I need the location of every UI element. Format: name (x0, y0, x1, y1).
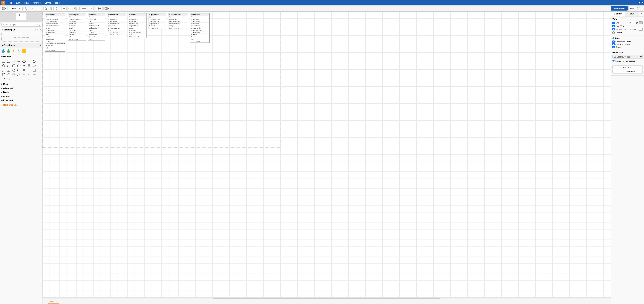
canvas-grid[interactable]: ■ 'customers' PK 'customerNumber' 'custo… (42, 12, 611, 299)
shape-arrow-right[interactable] (17, 60, 21, 63)
connection-arrows-checkbox[interactable] (612, 41, 614, 43)
paste-btn[interactable] (54, 7, 59, 10)
menu-extras[interactable]: Extras (43, 1, 53, 5)
canvas-area[interactable]: ■ 'customers' PK 'customerNumber' 'custo… (42, 12, 611, 299)
shape-dotted-line[interactable] (17, 77, 21, 81)
table-payments[interactable]: ■ 'payments' PK 'customerNumber' 'checkN… (148, 13, 166, 30)
shape-dashed-line[interactable] (27, 73, 31, 77)
clear-default-style-btn[interactable]: Clear Default Style (612, 70, 643, 74)
gh-gear[interactable] (17, 49, 21, 53)
gh-green-drop[interactable] (6, 49, 10, 53)
landscape-label[interactable]: Landscape (623, 60, 635, 62)
redo-btn[interactable] (36, 7, 41, 10)
shape-parallelogram[interactable] (6, 64, 11, 68)
scratchpad-delete[interactable]: ✕ (39, 29, 41, 31)
background-change-btn[interactable]: Change (629, 28, 638, 31)
shape-thick-arrow[interactable] (27, 77, 31, 81)
search-input[interactable] (2, 24, 38, 26)
close-button[interactable]: ✕ (641, 7, 643, 10)
edit-data-btn[interactable]: Edit Data... (612, 66, 643, 69)
shape-arrow-process[interactable] (32, 64, 36, 68)
greenhouse-close[interactable]: ✕ (39, 44, 41, 47)
shape-doc[interactable] (32, 68, 36, 72)
format-shadow-btn[interactable] (73, 7, 78, 10)
shape-circle[interactable] (32, 60, 36, 63)
zoom-in-btn[interactable] (18, 7, 22, 10)
shape-triangle[interactable] (22, 64, 26, 68)
shape-semicircle[interactable] (27, 68, 31, 72)
table-productlines[interactable]: ■ 'productlines' PK 'productLine' 'textD… (168, 13, 188, 30)
gh-blue-drop[interactable] (1, 49, 6, 53)
exit-button[interactable]: Exit (628, 6, 636, 11)
grid-checkbox[interactable] (612, 22, 614, 24)
shape-text[interactable]: text (12, 60, 16, 63)
shape-arc[interactable] (17, 73, 21, 77)
delete-btn[interactable] (43, 7, 48, 10)
menu-edit[interactable]: Edit (14, 1, 22, 5)
shape-ellipse[interactable] (22, 60, 26, 63)
shape-pentagon[interactable] (17, 64, 21, 68)
zoom-display[interactable]: 65% (10, 7, 17, 10)
page-tab-1[interactable]: Page-1 (48, 300, 59, 304)
background-color-box[interactable] (639, 28, 643, 31)
table-orderdetails[interactable]: ■ 'orderdetails' PK 'orderNumber' 'produ… (107, 13, 126, 36)
table-orders[interactable]: ■ 'orders' PK 'orderNumber' 'orderDate' … (128, 13, 146, 38)
h-scrollbar[interactable] (42, 297, 611, 299)
shape-cube[interactable] (12, 68, 16, 72)
canvas-inner[interactable]: ■ 'customers' PK 'customerNumber' 'custo… (42, 12, 280, 148)
insert-btn[interactable] (96, 7, 103, 10)
scratchpad-drop-zone[interactable]: Drag elements here (1, 33, 41, 42)
general-header[interactable]: General (0, 55, 42, 59)
shape-callout[interactable] (1, 68, 6, 72)
undo-btn[interactable] (30, 7, 35, 10)
shape-cross[interactable] (12, 73, 16, 77)
format-fill-btn[interactable] (62, 7, 67, 10)
grid-color-box[interactable] (639, 22, 643, 24)
menu-arrange[interactable]: Arrange (31, 1, 42, 5)
menu-view[interactable]: View (22, 1, 30, 5)
landscape-radio[interactable] (623, 60, 625, 62)
table-customers[interactable]: ■ 'customers' PK 'customerNumber' 'custo… (45, 13, 65, 52)
flowchart-header[interactable]: Flowchart (0, 98, 42, 102)
advanced-header[interactable]: Advanced (0, 86, 42, 90)
shape-diamond[interactable] (1, 64, 6, 68)
fullscreen-button[interactable]: ⛶ (637, 7, 640, 10)
copy-btn[interactable] (49, 7, 54, 10)
more-shapes-link[interactable]: + More Shapes... (0, 102, 42, 108)
scratchpad-add[interactable]: + (37, 29, 38, 31)
shape-table[interactable] (6, 68, 11, 72)
shape-rectangle-rounded[interactable] (6, 60, 11, 63)
guides-checkbox[interactable] (612, 46, 614, 48)
save-exit-button[interactable]: Save & Exit (611, 6, 628, 11)
table-offices[interactable]: ■ 'offices' PK 'officeCode' 'city' 'phon… (88, 13, 105, 41)
gh-yellow-square[interactable] (22, 49, 26, 53)
shape-hexagon[interactable] (12, 64, 16, 68)
shape-square[interactable] (27, 60, 31, 63)
tab-style[interactable]: Style (625, 12, 639, 16)
shape-line-arrow[interactable] (22, 73, 26, 77)
view-toggle-btn[interactable] (1, 7, 8, 10)
menu-help[interactable]: Help (53, 1, 61, 5)
shape-folded-corner[interactable] (1, 73, 6, 77)
shape-cylinder[interactable] (27, 64, 31, 68)
shape-double-arrow[interactable] (32, 73, 36, 77)
connection-points-checkbox[interactable] (612, 43, 614, 46)
scratchpad-header[interactable]: ▼ Scratchpad ? + ✕ (0, 28, 42, 32)
shadow-checkbox[interactable] (612, 32, 614, 34)
scratchpad-help[interactable]: ? (35, 29, 36, 31)
portrait-label[interactable]: Portrait (612, 60, 621, 62)
format-line-btn[interactable] (67, 7, 72, 10)
h-scrollbar-thumb[interactable] (213, 298, 440, 299)
grid-size-input[interactable]: 10 (628, 21, 635, 24)
page-view-checkbox[interactable] (612, 25, 614, 27)
table-btn[interactable] (103, 7, 110, 10)
shape-thin-line[interactable] (12, 77, 16, 81)
table-employees[interactable]: ■ 'employees' PK 'employeeNumber' 'lastN… (68, 13, 86, 41)
arrows-header[interactable]: Arrows (0, 94, 42, 98)
shape-diagonal-arrow[interactable] (1, 77, 6, 81)
connection-style-btn[interactable] (81, 7, 87, 10)
shape-rectangle[interactable] (1, 60, 6, 63)
basic-header[interactable]: Basic (0, 90, 42, 94)
portrait-radio[interactable] (612, 60, 614, 62)
globe-icon[interactable] (639, 1, 643, 4)
